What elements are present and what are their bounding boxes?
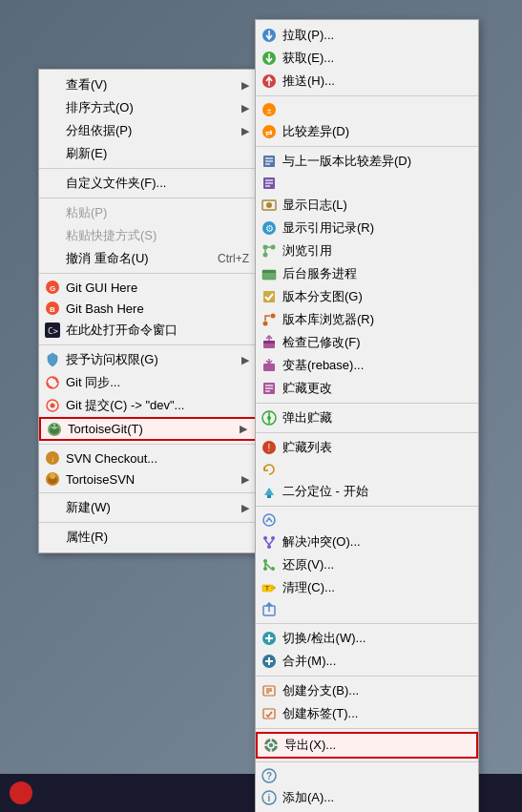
submenu-item-resolve[interactable]: ! 贮藏列表	[256, 436, 478, 459]
svn-checkout-icon: ↓	[43, 448, 62, 468]
submenu-item-help[interactable]: ?	[256, 765, 478, 786]
sort-label: 排序方式(O)	[66, 99, 134, 116]
pop-stash-label: 变基(rebase)...	[282, 357, 364, 374]
menu-item-group[interactable]: 分组依据(P) ▶	[39, 119, 257, 142]
submenu-item-diff[interactable]: ±	[256, 99, 478, 120]
submenu-item-clean[interactable]: 二分定位 - 开始	[256, 480, 478, 503]
submenu-item-settings[interactable]: 导出(X)...	[256, 732, 478, 759]
submenu-item-stash[interactable]: 检查已修改(F)	[256, 331, 478, 354]
sub-sep-5	[256, 506, 478, 507]
menu-item-new[interactable]: 新建(W) ▶	[39, 496, 257, 519]
svg-point-68	[263, 567, 267, 571]
submenu-item-create-tag[interactable]: T 清理(C)...	[256, 576, 478, 599]
svg-point-18	[50, 473, 55, 479]
submenu-item-pop-stash[interactable]: 变基(rebase)...	[256, 354, 478, 377]
menu-item-sort[interactable]: 排序方式(O) ▶	[39, 96, 257, 119]
reflog-icon	[260, 174, 279, 193]
submenu-item-add[interactable]: 切换/检出(W)...	[256, 627, 478, 650]
menu-item-customize[interactable]: 自定义文件夹(F)...	[39, 172, 257, 195]
menu-item-paste-shortcut[interactable]: 粘贴快捷方式(S)	[39, 224, 257, 247]
svg-text:⇄: ⇄	[265, 128, 273, 137]
submenu-item-reflog[interactable]	[256, 173, 478, 194]
sub-sep-9	[256, 761, 478, 762]
view-label: 查看(V)	[66, 76, 107, 94]
pop-stash-icon	[260, 356, 279, 375]
sort-arrow: ▶	[241, 102, 249, 115]
submenu-item-switch[interactable]	[256, 510, 478, 531]
submenu-item-bisect[interactable]: 弹出贮藏	[256, 406, 478, 429]
menu-item-git-commit[interactable]: Git 提交(C) -> "dev"...	[39, 394, 257, 417]
submenu-item-browse-ref[interactable]: 显示日志(L)	[256, 194, 478, 217]
submenu-item-revert[interactable]	[256, 459, 478, 480]
fetch-icon	[260, 49, 279, 68]
menu-item-permissions[interactable]: 授予访问权限(G) ▶	[39, 348, 257, 371]
separator-4	[39, 344, 257, 345]
submenu-item-apply-patch[interactable]: 创建标签(T)...	[256, 702, 478, 725]
branch-graph-icon	[260, 241, 279, 260]
svg-point-35	[266, 202, 272, 208]
sub-sep-7	[256, 676, 478, 677]
rebase-label: 版本库浏览器(R)	[282, 311, 374, 328]
menu-item-undo[interactable]: 撤消 重命名(U) Ctrl+Z	[39, 247, 257, 270]
svg-text:C>: C>	[48, 326, 58, 336]
menu-item-git-sync[interactable]: Git 同步...	[39, 371, 257, 394]
paste-shortcut-label: 粘贴快捷方式(S)	[66, 227, 157, 244]
diff-prev-label: 比较差异(D)	[282, 123, 349, 140]
properties-label: 属性(R)	[66, 529, 108, 546]
menu-item-properties[interactable]: 属性(R)	[39, 526, 257, 549]
submenu-item-stash-list[interactable]: 贮藏更改	[256, 377, 478, 400]
customize-label: 自定义文件夹(F)...	[66, 175, 166, 192]
svg-point-65	[267, 545, 271, 549]
new-arrow: ▶	[241, 502, 249, 514]
separator-5	[39, 444, 257, 445]
submenu-item-diff-prev[interactable]: ⇄ 比较差异(D)	[256, 120, 478, 143]
submenu-item-create-branch[interactable]: 还原(V)...	[256, 553, 478, 576]
diff-icon: ±	[260, 100, 279, 119]
add-submodule-icon	[260, 652, 279, 671]
permissions-icon	[43, 350, 62, 369]
submenu-item-create-patch[interactable]: 创建分支(B)...	[256, 679, 478, 702]
submenu-item-export[interactable]	[256, 599, 478, 620]
revert-icon	[260, 460, 279, 479]
new-label: 新建(W)	[66, 499, 111, 516]
separator-6	[39, 492, 257, 493]
submenu-item-repo-browser[interactable]: 后台服务进程	[256, 262, 478, 285]
tortoisegit-arrow: ▶	[240, 423, 247, 435]
browse-ref-label: 显示日志(L)	[282, 197, 347, 214]
submenu-item-check-modify[interactable]: 版本分支图(G)	[256, 285, 478, 308]
submenu-item-daemon[interactable]: ⚙ 显示引用记录(R)	[256, 217, 478, 239]
submenu-item-merge[interactable]: 解决冲突(O)...	[256, 531, 478, 553]
git-commit-label: Git 提交(C) -> "dev"...	[66, 397, 184, 414]
git-bash-label: Git Bash Here	[66, 302, 144, 316]
menu-item-view[interactable]: 查看(V) ▶	[39, 73, 257, 96]
submenu-item-about[interactable]: i 添加(A)...	[256, 786, 478, 809]
submenu-item-branch-graph[interactable]: 浏览引用	[256, 239, 478, 262]
submenu-item-log[interactable]: 与上一版本比较差异(D)	[256, 150, 478, 173]
resolve-icon: !	[260, 438, 279, 457]
menu-item-git-bash[interactable]: B Git Bash Here	[39, 298, 257, 319]
apply-patch-icon	[260, 704, 279, 723]
git-sync-icon	[43, 373, 62, 392]
tortoisegit-icon	[45, 420, 64, 439]
svg-point-12	[52, 425, 53, 427]
menu-item-tortoisegit[interactable]: TortoiseGit(T) ▶	[39, 417, 257, 441]
submenu-item-add-submodule[interactable]: 合并(M)...	[256, 650, 478, 673]
menu-item-refresh[interactable]: 刷新(E)	[39, 142, 257, 165]
menu-item-paste[interactable]: 粘贴(P)	[39, 201, 257, 224]
sub-sep-3	[256, 403, 478, 404]
taskbar-tortoisegit-icon[interactable]	[4, 776, 38, 810]
tortoisesvn-icon	[43, 469, 62, 489]
menu-item-tortoisesvn[interactable]: TortoiseSVN ▶	[39, 468, 257, 489]
menu-item-svn-checkout[interactable]: ↓ SVN Checkout...	[39, 448, 257, 468]
submenu-item-push[interactable]: 推送(H)...	[256, 70, 478, 93]
svn-checkout-label: SVN Checkout...	[66, 451, 157, 466]
diff-prev-icon: ⇄	[260, 122, 279, 141]
submenu-item-fetch[interactable]: 获取(E)...	[256, 47, 478, 70]
submenu-item-pull[interactable]: 拉取(P)...	[256, 24, 478, 47]
separator-1	[39, 168, 257, 169]
submenu-item-rebase[interactable]: 版本库浏览器(R)	[256, 308, 478, 331]
apply-patch-label: 创建标签(T)...	[282, 705, 358, 722]
separator-2	[39, 198, 257, 198]
menu-item-cmd[interactable]: C> 在此处打开命令窗口	[39, 319, 257, 342]
menu-item-git-gui[interactable]: G Git GUI Here	[39, 277, 257, 298]
